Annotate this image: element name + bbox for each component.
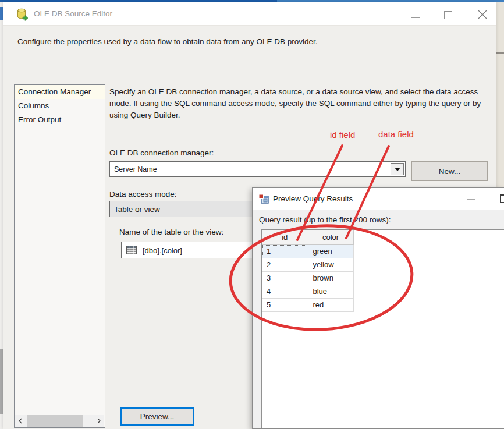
connection-manager-combobox[interactable]: Server Name <box>109 161 406 177</box>
scroll-right-icon[interactable] <box>94 415 104 427</box>
grid-cell[interactable]: 2 <box>262 258 308 271</box>
query-results-grid[interactable]: id color 1 green 2 yellow 3 brown <box>261 229 504 429</box>
query-result-label: Query result (up to the first 200 rows): <box>259 215 391 224</box>
background-scrollbar-thumb <box>0 349 3 414</box>
grid-row[interactable]: 3 brown <box>262 271 353 285</box>
grid-cell[interactable]: green <box>308 244 353 258</box>
column-header-color[interactable]: color <box>308 230 353 244</box>
grid-cell[interactable]: blue <box>308 285 353 298</box>
grid-row[interactable]: 1 green <box>262 244 353 258</box>
table-name-label: Name of the table or the view: <box>119 228 223 236</box>
connection-manager-value: Server Name <box>114 165 157 173</box>
table-name-value: [dbo].[color] <box>143 246 182 254</box>
grid-cell[interactable]: yellow <box>308 258 353 271</box>
grid-header-row: id color <box>262 230 353 244</box>
sidebar-horizontal-scrollbar[interactable] <box>15 415 104 427</box>
maximize-icon[interactable] <box>444 11 452 19</box>
grid-cell[interactable]: 4 <box>262 285 308 298</box>
sidebar-item-error-output[interactable]: Error Output <box>15 113 105 127</box>
minimize-icon[interactable] <box>411 17 420 18</box>
table-name-combobox[interactable]: [dbo].[color] <box>121 242 257 258</box>
background-blue-chip <box>0 7 3 20</box>
connection-dropdown-button[interactable] <box>391 163 404 175</box>
data-access-mode-value: Table or view <box>114 205 160 214</box>
table-icon <box>126 246 137 254</box>
grid-cell[interactable]: 1 <box>262 244 308 258</box>
form-icon <box>258 194 269 204</box>
data-access-mode-label: Data access mode: <box>109 190 177 198</box>
pane-instructions: Specify an OLE DB connection manager, a … <box>109 86 497 121</box>
connection-manager-label: OLE DB connection manager: <box>109 148 214 157</box>
editor-titlebar[interactable]: OLE DB Source Editor <box>3 2 496 26</box>
data-access-mode-combobox[interactable]: Table or view <box>109 201 254 217</box>
preview-maximize-icon[interactable] <box>500 194 504 203</box>
column-header-id[interactable]: id <box>262 230 308 244</box>
close-icon[interactable] <box>477 9 488 20</box>
grid-row[interactable]: 4 blue <box>262 285 353 298</box>
dialog-description: Configure the properties used by a data … <box>17 37 477 46</box>
page-list: Connection Manager Columns Error Output <box>14 84 105 428</box>
chevron-down-icon <box>395 168 400 171</box>
new-connection-button[interactable]: New... <box>411 161 488 181</box>
grid-cell[interactable]: red <box>308 298 353 311</box>
editor-title: OLE DB Source Editor <box>34 9 112 18</box>
grid-cell[interactable]: brown <box>308 271 353 285</box>
sidebar-item-connection-manager[interactable]: Connection Manager <box>15 85 105 99</box>
grid-cell[interactable]: 3 <box>262 271 308 285</box>
background-window-right-edge <box>496 2 504 187</box>
scrollbar-thumb[interactable] <box>27 415 83 427</box>
grid-cell[interactable]: 5 <box>262 298 308 311</box>
preview-titlebar[interactable]: Preview Query Results <box>253 188 504 210</box>
database-icon <box>16 8 29 21</box>
grid-row[interactable]: 5 red <box>262 298 353 311</box>
preview-query-results-dialog: Preview Query Results Query result (up t… <box>252 187 504 429</box>
preview-button[interactable]: Preview... <box>120 407 194 426</box>
preview-minimize-icon[interactable] <box>467 199 475 200</box>
scroll-left-icon[interactable] <box>15 415 26 427</box>
preview-title: Preview Query Results <box>273 194 353 203</box>
grid-row[interactable]: 2 yellow <box>262 258 353 271</box>
sidebar-item-columns[interactable]: Columns <box>15 99 105 113</box>
